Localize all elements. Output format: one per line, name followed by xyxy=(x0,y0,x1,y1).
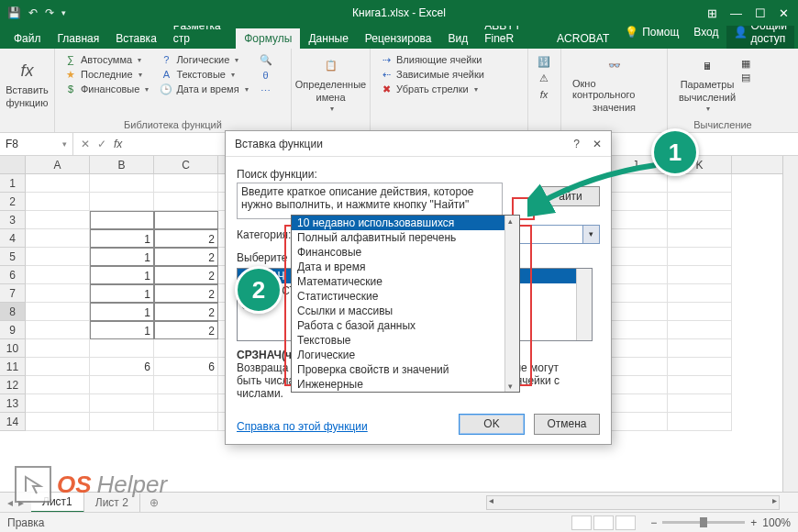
calc-sheet-icon[interactable]: ▤ xyxy=(741,72,750,83)
row-header[interactable]: 8 xyxy=(0,303,26,321)
cell[interactable] xyxy=(26,174,90,193)
cell[interactable] xyxy=(604,248,668,266)
dropdown-option[interactable]: Проверка свойств и значений xyxy=(292,362,519,377)
cell[interactable] xyxy=(604,303,668,321)
qat-more-icon[interactable]: ▾ xyxy=(61,8,66,17)
view-normal-button[interactable] xyxy=(571,515,592,530)
cell[interactable] xyxy=(604,358,668,376)
fx-icon[interactable]: fx xyxy=(114,138,122,150)
cell[interactable] xyxy=(26,376,90,394)
financial-button[interactable]: $Финансовые xyxy=(61,82,152,96)
cell[interactable]: 1 xyxy=(90,229,154,248)
cell[interactable] xyxy=(26,211,90,229)
dialog-close-icon[interactable]: ✕ xyxy=(593,138,602,150)
cancel-button[interactable]: Отмена xyxy=(534,414,600,435)
cell[interactable] xyxy=(154,211,218,229)
cell[interactable]: 2 xyxy=(154,248,218,266)
lookup-button[interactable]: 🔍 xyxy=(256,52,276,67)
select-all-corner[interactable] xyxy=(0,156,26,173)
zoom-slider[interactable] xyxy=(662,521,745,524)
cell[interactable] xyxy=(90,394,154,413)
vertical-scrollbar[interactable] xyxy=(782,156,798,492)
dropdown-option[interactable]: Текстовые xyxy=(292,333,519,348)
cell[interactable]: 1 xyxy=(90,321,154,339)
cell[interactable] xyxy=(668,266,732,284)
cell[interactable]: 2 xyxy=(154,321,218,339)
row-header[interactable]: 14 xyxy=(0,413,26,431)
undo-icon[interactable]: ↶ xyxy=(28,6,38,19)
text-button[interactable]: AТекстовые xyxy=(156,67,251,82)
row-header[interactable]: 13 xyxy=(0,394,26,413)
cell[interactable] xyxy=(604,376,668,394)
cell[interactable] xyxy=(26,229,90,248)
recent-button[interactable]: ★Последние xyxy=(61,67,152,82)
cell[interactable] xyxy=(604,394,668,413)
name-box[interactable]: F8▾ xyxy=(0,133,73,155)
cell[interactable] xyxy=(668,303,732,321)
cell[interactable] xyxy=(154,376,218,394)
tab-formulas[interactable]: Формулы xyxy=(236,28,300,49)
cell[interactable]: 1 xyxy=(90,303,154,321)
col-header[interactable]: B xyxy=(90,156,154,173)
cell[interactable]: 6 xyxy=(90,358,154,376)
autosum-button[interactable]: ∑Автосумма xyxy=(61,52,152,67)
cell[interactable] xyxy=(154,193,218,211)
calc-now-icon[interactable]: ▦ xyxy=(741,58,750,70)
save-icon[interactable]: 💾 xyxy=(7,6,21,19)
trace-dependents-button[interactable]: ⇠Зависимые ячейки xyxy=(376,67,522,82)
row-header[interactable]: 3 xyxy=(0,211,26,229)
cell[interactable] xyxy=(90,211,154,229)
cell[interactable]: 2 xyxy=(154,303,218,321)
row-header[interactable]: 12 xyxy=(0,376,26,394)
cell[interactable] xyxy=(668,193,732,211)
cell[interactable] xyxy=(26,358,90,376)
remove-arrows-button[interactable]: ✖Убрать стрелки xyxy=(376,82,522,96)
cell[interactable] xyxy=(668,339,732,358)
row-header[interactable]: 11 xyxy=(0,358,26,376)
cell[interactable] xyxy=(668,321,732,339)
cell[interactable] xyxy=(668,248,732,266)
row-header[interactable]: 7 xyxy=(0,284,26,303)
trace-precedents-button[interactable]: ⇢Влияющие ячейки xyxy=(376,52,522,67)
defined-names-button[interactable]: 📋 Определенные имена xyxy=(297,52,364,115)
close-icon[interactable]: ✕ xyxy=(779,6,789,20)
cell[interactable] xyxy=(26,339,90,358)
cell[interactable] xyxy=(604,266,668,284)
dropdown-option[interactable]: Математические xyxy=(292,274,519,289)
sheet-nav-prev-icon[interactable]: ◂ xyxy=(7,496,13,509)
ok-button[interactable]: OK xyxy=(459,414,525,435)
cancel-formula-icon[interactable]: ✕ xyxy=(81,138,90,150)
horizontal-scrollbar[interactable] xyxy=(486,495,780,510)
zoom-out-button[interactable]: − xyxy=(650,516,657,529)
help-link[interactable]: Справка по этой функции xyxy=(237,420,368,433)
dropdown-option[interactable]: Статистические xyxy=(292,289,519,304)
cell[interactable] xyxy=(604,321,668,339)
cell[interactable] xyxy=(668,174,732,193)
col-header[interactable]: C xyxy=(154,156,218,173)
show-formulas-button[interactable]: 🔢 xyxy=(534,54,555,69)
dropdown-option[interactable]: Логические xyxy=(292,348,519,362)
scrollbar[interactable] xyxy=(504,216,519,392)
cell[interactable] xyxy=(26,266,90,284)
cell[interactable] xyxy=(26,394,90,413)
cell[interactable] xyxy=(154,339,218,358)
cell[interactable]: 2 xyxy=(154,229,218,248)
row-header[interactable]: 6 xyxy=(0,266,26,284)
scrollbar[interactable] xyxy=(576,269,592,340)
insert-function-button[interactable]: fx Вставить функцию xyxy=(6,52,49,115)
cell[interactable] xyxy=(604,284,668,303)
cell[interactable] xyxy=(90,174,154,193)
tab-data[interactable]: Данные xyxy=(300,28,356,49)
cell[interactable] xyxy=(90,413,154,431)
dropdown-option[interactable]: 10 недавно использовавшихся xyxy=(292,216,519,230)
math-button[interactable]: θ xyxy=(256,68,276,83)
accept-formula-icon[interactable]: ✓ xyxy=(97,138,106,150)
cell[interactable] xyxy=(604,413,668,431)
dropdown-option[interactable]: Дата и время xyxy=(292,260,519,274)
chevron-down-icon[interactable]: ▾ xyxy=(582,226,599,243)
dropdown-option[interactable]: Инженерные xyxy=(292,377,519,392)
dialog-help-icon[interactable]: ? xyxy=(573,138,580,150)
cell[interactable] xyxy=(668,413,732,431)
dropdown-option[interactable]: Финансовые xyxy=(292,245,519,260)
redo-icon[interactable]: ↷ xyxy=(45,6,54,19)
